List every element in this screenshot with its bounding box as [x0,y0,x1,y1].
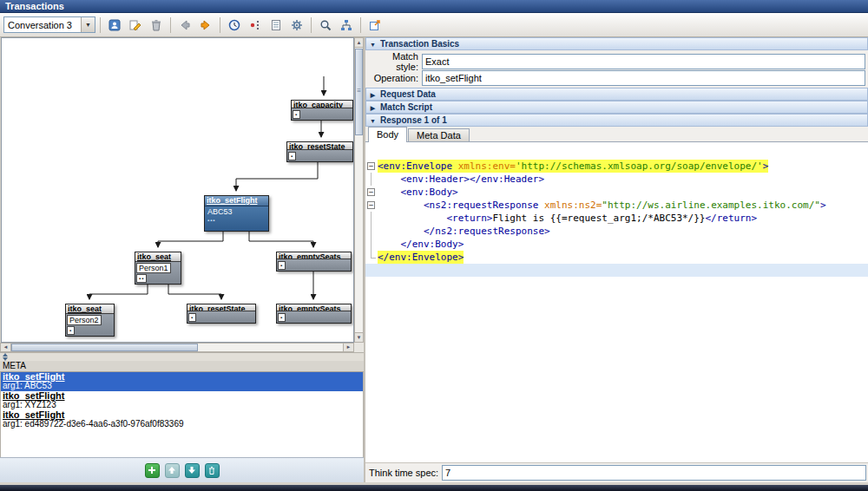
response-body-editor[interactable]: −<env:Envelope xmlns:env='http://schemas… [365,142,868,462]
vertical-scroll-thumb[interactable] [355,49,363,135]
scroll-right-icon[interactable] [343,344,353,351]
think-time-label: Think time spec: [369,468,438,478]
xml-line[interactable]: <return>Flight is {{=request_arg1;/*ABC5… [365,212,868,225]
toolbar-separator [220,17,220,33]
diagram-edges [2,38,354,343]
window-title: Transactions [5,1,64,11]
toolbar-separator [100,17,101,33]
section-response[interactable]: Response 1 of 1 [365,114,868,127]
section-title: Response 1 of 1 [380,115,447,125]
xml-line[interactable] [365,264,868,277]
diagram-node-itko_seat[interactable]: itko_seatPerson2▪ [65,304,115,337]
scroll-up-icon[interactable] [355,38,363,48]
match-style-label: Match style: [368,51,422,72]
delete-meta-button[interactable] [205,463,220,478]
conversation-select[interactable]: Conversation 3 [3,16,95,33]
section-title: Transaction Basics [380,39,459,49]
panel-splitter[interactable] [0,352,364,361]
history-icon[interactable] [225,16,244,34]
meta-list-item[interactable]: itko_setFlightarg1: XYZ123 [1,391,363,410]
meta-toolbar [0,457,364,482]
hierarchy-icon[interactable] [337,16,356,34]
snapshot-icon[interactable] [105,16,124,34]
xml-line[interactable]: − <ns2:requestResponse xmlns:ns2="http:/… [365,199,868,212]
meta-list[interactable]: itko_setFlightarg1: ABC53itko_setFlighta… [0,372,364,457]
diagram-node-itko_emptySeats[interactable]: itko_emptySeats▪ [276,252,352,272]
splitter-collapse-up-icon[interactable] [3,353,8,357]
basics-fields: Match style: Operation: [365,50,868,88]
delete-icon[interactable] [147,16,166,34]
toolbar-separator [311,17,312,33]
settings-icon[interactable] [287,16,306,34]
xml-line[interactable]: </ns2:requestResponse> [365,225,868,238]
diagram-node-itko_emptySeats[interactable]: itko_emptySeats▪ [276,304,352,324]
meta-list-item[interactable]: itko_setFlightarg1: ABC53 [1,372,363,391]
back-icon[interactable] [175,16,194,34]
forward-icon[interactable] [196,16,215,34]
operation-label: Operation: [368,73,422,83]
edit-icon[interactable] [126,16,145,34]
match-style-input[interactable] [422,54,865,69]
meta-list-item[interactable]: itko_setFlightarg1: ed489722-d3e6-4aa6-a… [1,410,363,429]
diagram-canvas[interactable]: itko_capacity▪itko_resetState▪itko_setFl… [1,37,354,343]
properties-panel: Transaction Basics Match style: Operatio… [365,37,868,482]
add-button[interactable] [145,463,160,478]
scroll-left-icon[interactable] [1,344,11,351]
xml-line[interactable]: −<env:Envelope xmlns:env='http://schemas… [365,160,868,173]
diagram-node-itko_capacity[interactable]: itko_capacity▪ [291,100,353,121]
expand-icon [369,102,377,112]
section-title: Request Data [380,89,436,99]
diagram-node-itko_setFlight[interactable]: itko_setFlightABC53▪▪▪ [204,195,269,232]
xml-line[interactable]: </env:Body> [365,238,868,251]
conversation-value: Conversation 3 [4,20,81,30]
tab-body[interactable]: Body [368,127,407,142]
diagram-node-itko_seat[interactable]: itko_seatPerson1▪▪ [135,252,181,285]
move-up-button[interactable] [165,463,180,478]
xml-line[interactable]: − <env:Body> [365,186,868,199]
left-panel: itko_capacity▪itko_resetState▪itko_setFl… [0,37,364,482]
main-toolbar: Conversation 3 [0,13,868,37]
toolbar-separator [360,17,361,33]
response-tabs: Body Meta Data [365,127,868,142]
section-request-data[interactable]: Request Data [365,88,868,101]
diagram-vertical-scrollbar[interactable] [354,37,364,343]
collapse-icon [369,115,377,125]
window-title-bar: Transactions [0,0,868,13]
diagram-horizontal-scrollbar[interactable] [0,343,354,352]
tab-meta-data[interactable]: Meta Data [408,128,470,141]
export-icon[interactable] [365,16,385,34]
meta-header-label: META [3,361,26,370]
attachment-icon[interactable] [266,16,286,34]
xml-line[interactable]: <env:Header></env:Header> [365,173,868,186]
meta-header: META [0,361,364,372]
expand-icon [369,89,377,99]
move-down-button[interactable] [185,463,200,478]
section-match-script[interactable]: Match Script [365,101,868,114]
scroll-down-icon[interactable] [355,332,363,342]
xml-line[interactable]: </env:Envelope> [365,251,868,264]
chevron-down-icon[interactable] [81,17,95,32]
operation-input[interactable] [422,70,865,86]
section-transaction-basics[interactable]: Transaction Basics [365,37,868,50]
diagram-node-itko_resetState[interactable]: itko_resetState▪ [286,141,353,162]
search-icon[interactable] [316,16,335,34]
transactions-window: Transactions Conversation 3 [0,0,868,491]
think-time-row: Think time spec: [365,462,868,482]
horizontal-scroll-thumb[interactable] [11,344,198,351]
diagram-node-itko_resetState[interactable]: itko_resetState▪ [187,304,256,324]
section-title: Match Script [380,102,432,112]
xml-editor: −<env:Envelope xmlns:env='http://schemas… [365,160,868,277]
breakpoint-icon[interactable] [246,16,265,34]
taskbar [0,485,868,491]
toolbar-separator [170,17,171,33]
think-time-input[interactable] [442,465,866,481]
collapse-icon [369,39,377,49]
